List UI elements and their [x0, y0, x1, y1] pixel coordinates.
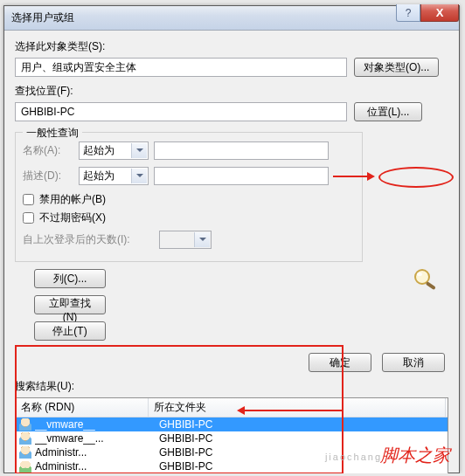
days-since-login-label: 自上次登录后的天数(I): — [23, 232, 154, 247]
desc-match-combo[interactable]: 起始为 — [79, 167, 149, 185]
desc-filter-input[interactable] — [154, 167, 329, 185]
chevron-down-icon — [136, 174, 143, 177]
cancel-button[interactable]: 取消 — [382, 353, 445, 372]
user-icon — [19, 432, 31, 445]
titlebar[interactable]: 选择用户或组 ? X — [4, 6, 459, 31]
svg-point-1 — [417, 272, 422, 276]
ok-button[interactable]: 确定 — [309, 353, 371, 372]
non-expiring-pw-checkbox[interactable] — [23, 212, 34, 224]
columns-button[interactable]: 列(C)... — [34, 269, 106, 288]
name-match-combo[interactable]: 起始为 — [79, 141, 149, 160]
group-icon — [19, 460, 31, 473]
object-type-field — [15, 58, 347, 77]
chevron-down-icon — [136, 148, 143, 152]
close-button[interactable]: X — [420, 4, 459, 22]
location-field — [15, 102, 347, 121]
user-icon — [19, 446, 31, 459]
watermark-url: jiaochang — [325, 452, 382, 462]
name-filter-label: 名称(A): — [23, 143, 73, 158]
svg-rect-2 — [426, 281, 436, 290]
find-now-button[interactable]: 立即查找(N) — [34, 295, 106, 314]
svg-point-0 — [415, 270, 429, 284]
search-icon — [410, 266, 440, 291]
chevron-down-icon — [199, 238, 206, 241]
col-folder[interactable]: 所在文件夹 — [149, 398, 446, 417]
desc-filter-label: 描述(D): — [23, 169, 73, 183]
annotation-arrow — [239, 410, 344, 411]
object-types-button[interactable]: 对象类型(O)... — [354, 58, 439, 77]
disabled-accounts-label: 禁用的帐户(B) — [39, 192, 106, 207]
annotation-arrow — [333, 176, 373, 177]
col-rdn[interactable]: 名称 (RDN) — [16, 398, 149, 417]
help-button[interactable]: ? — [396, 4, 420, 22]
watermark: 脚本之家 — [380, 444, 450, 467]
list-item[interactable]: __vmware__GHBIBI-PC — [16, 417, 448, 431]
location-label: 查找位置(F): — [15, 84, 448, 99]
common-queries-legend: 一般性查询 — [23, 126, 82, 141]
stop-button[interactable]: 停止(T) — [34, 321, 106, 341]
listview-header[interactable]: 名称 (RDN) 所在文件夹 — [16, 398, 448, 417]
dialog-window: 选择用户或组 ? X 选择此对象类型(S): 对象类型(O)... 查找位置(F… — [3, 5, 460, 473]
non-expiring-pw-label: 不过期密码(X) — [39, 210, 106, 225]
user-icon — [19, 418, 31, 431]
object-type-label: 选择此对象类型(S): — [15, 39, 448, 54]
common-queries-group: 一般性查询 名称(A): 起始为 描述(D): 起始为 禁用的帐户(B) 不过期… — [15, 132, 363, 262]
name-filter-input[interactable] — [154, 141, 329, 160]
locations-button[interactable]: 位置(L)... — [354, 102, 422, 121]
days-since-login-combo — [159, 231, 212, 249]
window-title: 选择用户或组 — [11, 10, 74, 25]
search-results-label: 搜索结果(U): — [15, 379, 448, 394]
disabled-accounts-checkbox[interactable] — [23, 194, 34, 205]
